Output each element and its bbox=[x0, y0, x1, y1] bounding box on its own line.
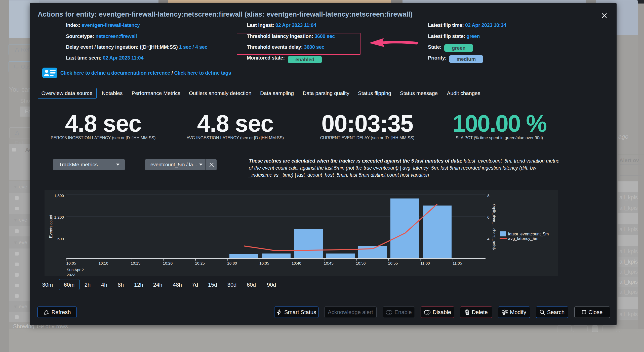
svg-text:latest_eventcount_5m: latest_eventcount_5m bbox=[508, 232, 549, 236]
svg-text:$splk_dsm_....chart1_axis$: $splk_dsm_....chart1_axis$ bbox=[492, 204, 496, 250]
svg-text:avg_latency_5m: avg_latency_5m bbox=[508, 236, 538, 241]
svg-text:11:00: 11:00 bbox=[420, 261, 430, 265]
svg-text:11:05: 11:05 bbox=[453, 261, 462, 265]
svg-text:10:50: 10:50 bbox=[356, 261, 366, 265]
svg-text:10:10: 10:10 bbox=[99, 261, 108, 265]
svg-text:6: 6 bbox=[487, 215, 490, 219]
svg-text:600: 600 bbox=[57, 237, 64, 241]
svg-text:10:55: 10:55 bbox=[388, 261, 398, 265]
svg-text:2023: 2023 bbox=[67, 273, 75, 276]
svg-text:10:05: 10:05 bbox=[66, 261, 76, 265]
svg-text:1,800: 1,800 bbox=[54, 193, 64, 198]
svg-text:8: 8 bbox=[487, 193, 490, 198]
svg-text:1,200: 1,200 bbox=[54, 215, 64, 219]
svg-text:10:15: 10:15 bbox=[131, 261, 140, 265]
svg-text:10:20: 10:20 bbox=[163, 261, 173, 265]
svg-text:10:30: 10:30 bbox=[227, 261, 237, 265]
svg-text:10:25: 10:25 bbox=[195, 261, 205, 265]
svg-text:10:40: 10:40 bbox=[292, 261, 301, 265]
svg-text:4: 4 bbox=[487, 237, 490, 241]
svg-text:10:35: 10:35 bbox=[259, 261, 269, 265]
svg-text:Events count: Events count bbox=[49, 215, 53, 238]
svg-text:10:45: 10:45 bbox=[324, 261, 334, 265]
svg-text:Sun Apr 2: Sun Apr 2 bbox=[67, 268, 84, 272]
